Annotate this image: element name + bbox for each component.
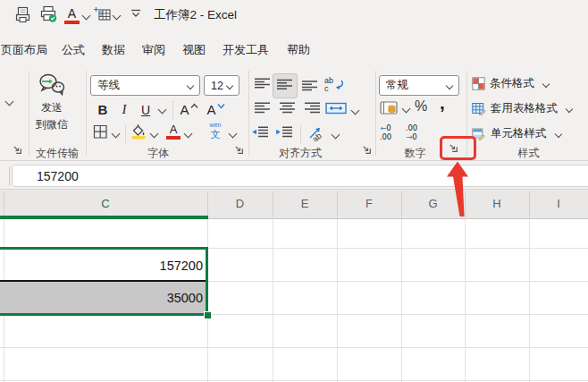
chevron-down-icon — [554, 130, 561, 137]
dialog-launcher-alignment-icon[interactable] — [362, 145, 372, 155]
format-as-table-icon — [472, 102, 486, 115]
table-format-qat-icon[interactable] — [93, 6, 111, 22]
merge-center-icon[interactable] — [325, 101, 348, 115]
header-divider — [401, 191, 402, 217]
conditional-formatting-button[interactable]: 条件格式 — [472, 76, 549, 91]
align-right-icon[interactable] — [304, 101, 321, 115]
annotation-up-arrow — [441, 161, 474, 217]
dialog-launcher-icon[interactable] — [13, 145, 22, 155]
fill-color-icon[interactable] — [130, 123, 147, 140]
annotation-highlight-box — [440, 136, 476, 160]
send-to-wechat-line1: 发送 — [27, 99, 77, 116]
tab-data[interactable]: 数据 — [102, 42, 125, 58]
small-divider — [125, 125, 126, 143]
italic-button[interactable]: I — [115, 98, 133, 121]
decrease-decimal-button[interactable]: .00 →0 — [399, 123, 424, 141]
decrease-decimal-bottom: →0 — [399, 132, 424, 141]
increase-decimal-top: ←0 — [374, 123, 398, 132]
font-size-combo[interactable]: 12 — [204, 75, 239, 96]
formula-input[interactable]: 157200 — [12, 165, 588, 187]
percent-style-button[interactable]: % — [415, 98, 427, 115]
print-preview-icon[interactable] — [14, 6, 31, 23]
number-format-combo[interactable]: 常规 — [379, 75, 459, 96]
column-header-c[interactable]: C — [4, 190, 207, 217]
caret-up-icon — [190, 103, 198, 109]
align-top-icon[interactable] — [254, 78, 271, 92]
bold-button[interactable]: B — [93, 98, 113, 121]
chevron-down-icon — [187, 81, 194, 89]
gridline-v — [529, 219, 530, 382]
column-header-e[interactable]: E — [273, 190, 337, 217]
dialog-launcher-font-icon[interactable] — [234, 145, 244, 155]
fill-handle[interactable] — [204, 311, 212, 319]
align-center-icon[interactable] — [279, 101, 296, 115]
grow-font-button[interactable]: A — [177, 98, 201, 121]
font-name-combo[interactable]: 等线 — [90, 75, 200, 96]
comma-style-button[interactable]: , — [440, 92, 445, 114]
wrap-text-icon[interactable]: abc — [323, 75, 347, 92]
tab-help[interactable]: 帮助 — [287, 42, 310, 58]
gridline-v — [465, 219, 466, 382]
decrease-decimal-top: .00 — [399, 123, 424, 132]
increase-decimal-button[interactable]: ←0 .00 — [374, 123, 398, 141]
borders-icon[interactable] — [93, 124, 108, 140]
format-as-table-button[interactable]: 套用表格格式 — [472, 101, 572, 116]
align-bottom-icon[interactable] — [301, 78, 318, 92]
header-divider — [529, 191, 530, 217]
chevron-down-icon — [226, 81, 233, 89]
font-color-qat-icon[interactable]: A — [64, 7, 80, 24]
chevron-down-icon — [566, 105, 573, 112]
wrap-c-text: c — [324, 84, 329, 92]
shrink-font-button[interactable]: A — [204, 98, 228, 121]
orient-ab-text: ab — [311, 132, 323, 141]
column-header-f[interactable]: F — [337, 190, 401, 217]
tab-formulas[interactable]: 公式 — [62, 42, 85, 58]
cell-styles-label: 单元格样式 — [491, 126, 547, 141]
tab-developer[interactable]: 开发工具 — [223, 42, 269, 58]
font-size-value: 12 — [211, 80, 223, 92]
font-color-letter: A — [166, 123, 181, 135]
font-color-icon[interactable]: A — [166, 123, 181, 140]
phonetic-guide-icon[interactable]: wén 文 — [205, 122, 226, 140]
cell-styles-button[interactable]: 单元格样式 — [472, 126, 561, 141]
number-format-value: 常规 — [386, 78, 408, 93]
formula-value: 157200 — [37, 169, 79, 183]
tab-page-layout[interactable]: 页面布局 — [1, 42, 47, 58]
group-label-font: 字体 — [86, 146, 231, 161]
orientation-icon[interactable]: ab — [306, 124, 328, 141]
customize-toolbar-icon[interactable] — [130, 9, 141, 19]
gridline-v — [401, 219, 402, 382]
column-header-d[interactable]: D — [207, 190, 273, 217]
group-label-alignment: 对齐方式 — [250, 146, 350, 161]
align-left-icon[interactable] — [254, 101, 271, 115]
group-divider — [248, 71, 249, 156]
phonetic-top: wén — [205, 122, 226, 129]
accounting-format-icon[interactable] — [380, 100, 399, 115]
chevron-down-icon — [446, 81, 453, 89]
increase-indent-icon[interactable] — [275, 125, 293, 140]
cell-value-157200[interactable]: 157200 — [0, 250, 203, 281]
gridline-h — [0, 347, 588, 348]
grow-font-letter: A — [180, 102, 189, 117]
header-divider — [4, 191, 4, 217]
group-label-file-transfer: 文件传输 — [29, 146, 86, 161]
selection-border-bottom — [0, 313, 208, 316]
cell-value-35000[interactable]: 35000 — [0, 283, 203, 313]
conditional-formatting-icon — [472, 77, 485, 90]
send-to-wechat-button[interactable]: 发送 到微信 — [27, 99, 77, 133]
decrease-indent-icon[interactable] — [251, 125, 269, 140]
tab-review[interactable]: 审阅 — [142, 42, 165, 58]
window-title: 工作簿2 - Excel — [154, 7, 237, 23]
underline-button[interactable]: U — [136, 98, 155, 121]
increase-decimal-bottom: .00 — [374, 132, 398, 141]
gridline-v — [273, 219, 273, 382]
cell-black-border — [0, 280, 206, 282]
quick-print-icon[interactable] — [39, 5, 58, 23]
conditional-formatting-label: 条件格式 — [490, 76, 534, 91]
font-color-red-bar — [64, 21, 80, 24]
align-middle-icon[interactable] — [276, 78, 293, 92]
column-header-h[interactable]: H — [465, 190, 529, 217]
column-header-i[interactable]: I — [529, 190, 588, 217]
wechat-icon[interactable] — [38, 73, 65, 97]
tab-view[interactable]: 视图 — [182, 42, 206, 58]
